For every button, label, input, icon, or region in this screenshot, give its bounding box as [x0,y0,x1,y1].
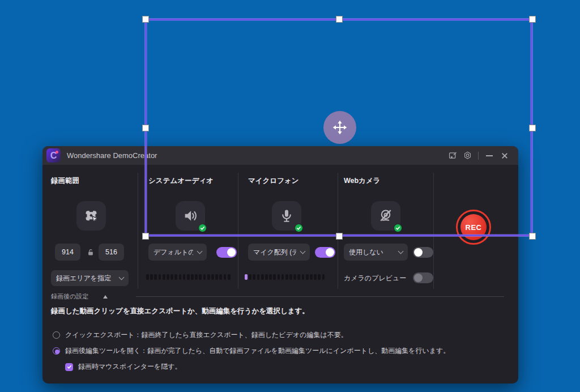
area-mode-dropdown[interactable]: 録画エリアを指定 [51,270,129,286]
chevron-down-icon [119,274,125,280]
webcam-device-value: 使用しない [349,248,394,257]
radio-icon[interactable] [53,331,60,339]
open-editor-option[interactable]: 録画後編集ツールを開く：録画が完了したら、自動で録画ファイルを動画編集ツールにイ… [53,346,450,356]
meter-dot [310,274,313,280]
rec-button[interactable]: REC [456,210,491,245]
selection-handle-bottom-middle[interactable] [336,233,343,240]
meter-dot [146,274,149,280]
hide-pointer-option[interactable]: 録画時マウスポインターを隠す。 [65,362,182,372]
microphone-level-meter [245,274,325,280]
meter-dot [302,274,305,280]
selection-handle-middle-left[interactable] [142,125,149,131]
meter-dot [224,274,227,280]
meter-dot [207,274,210,280]
open-editor-icon[interactable] [445,148,460,163]
move-icon [332,120,348,135]
meter-dot [269,274,272,280]
selection-handle-bottom-left[interactable] [142,233,149,240]
meter-dot [253,274,255,280]
panel-body: 録画範囲 システムオーディオ マイクロフォン Webカメラ [42,165,518,384]
section-title-recording-area: 録画範囲 [51,176,79,186]
camera-preview-label: カメラのプレビュー [344,274,406,283]
meter-dot [170,274,173,280]
checkbox-icon[interactable] [65,363,73,371]
move-selection-handle[interactable] [323,111,356,144]
chevron-down-icon [398,248,404,254]
area-height-input[interactable] [99,244,124,261]
system-audio-toggle[interactable] [216,247,237,258]
meter-dot [322,274,325,280]
speaker-icon [182,208,198,224]
chevron-down-icon [300,248,306,254]
open-editor-label: 録画後編集ツールを開く：録画が完了したら、自動で録画ファイルを動画編集ツールにイ… [65,346,450,356]
selection-handle-top-right[interactable] [529,16,536,23]
system-audio-level-meter [146,274,231,280]
microphone-device-dropdown[interactable]: マイク配列 (デ [248,244,310,261]
meter-dot [187,274,190,280]
radio-icon[interactable] [53,347,60,355]
window-title: Wondershare DemoCreator [67,151,157,160]
meter-dot [174,274,177,280]
meter-dot [306,274,309,280]
meter-dot [282,274,284,280]
settings-gear-icon[interactable] [460,148,475,163]
microphone-toggle[interactable] [315,247,335,258]
column-divider [338,173,338,289]
selection-handle-bottom-right[interactable] [529,233,536,240]
toggle-knob [227,248,236,257]
hide-pointer-label: 録画時マウスポインターを隠す。 [78,362,182,372]
post-settings-description: 録画した動画クリップを直接エクスポートか、動画編集を行うかを選択します。 [51,306,309,316]
selection-handle-top-left[interactable] [142,16,149,23]
system-audio-button[interactable] [176,201,205,231]
meter-dot [285,274,288,280]
rec-button-inner: REC [460,214,487,240]
meter-dot [257,274,260,280]
select-area-button[interactable] [76,201,106,231]
democreator-window: C Wondershare DemoCreator [42,146,518,384]
toggle-knob [414,248,423,257]
section-title-system-audio: システムオーディオ [148,176,214,186]
webcam-button[interactable] [371,201,400,231]
meter-dot [150,274,153,280]
meter-dot [245,274,248,280]
area-mode-value: 録画エリアを指定 [56,274,115,283]
system-audio-ok-badge [198,224,207,232]
system-audio-device-dropdown[interactable]: デフォルトのシス [148,244,207,261]
meter-dot [183,274,186,280]
post-settings-title: 録画後の設定 [51,292,88,301]
meter-dot [159,274,161,280]
meter-dot [249,274,251,280]
aspect-unlock-icon[interactable] [87,248,95,256]
meter-dot [228,274,231,280]
close-button[interactable] [497,148,511,163]
meter-dot [215,274,218,280]
selection-handle-middle-right[interactable] [529,125,536,131]
meter-dot [199,274,202,280]
chevron-down-icon [197,248,203,254]
camera-preview-toggle[interactable] [413,272,433,283]
meter-dot [219,274,222,280]
meter-dot [278,274,280,280]
webcam-off-icon [378,208,394,224]
toggle-knob [414,274,423,282]
meter-dot [261,274,264,280]
webcam-device-dropdown[interactable]: 使用しない [344,244,408,261]
meter-dot [273,274,276,280]
webcam-toggle[interactable] [413,247,433,258]
toggle-knob [326,248,334,257]
quick-export-option[interactable]: クイックエクスポート：録画終了したら直接エクスポート、録画したビデオの編集は不要… [53,330,348,340]
collapse-arrow-icon[interactable] [103,295,108,299]
area-width-input[interactable] [55,244,80,261]
meter-dot [265,274,268,280]
microphone-button[interactable] [272,201,301,231]
selection-handle-top-middle[interactable] [336,16,343,23]
column-divider [433,173,434,289]
close-icon [501,152,508,159]
meter-dot [289,274,292,280]
meter-dot [154,274,157,280]
minimize-button[interactable] [482,148,497,163]
meter-dot [191,274,194,280]
democreator-logo-icon: C [46,148,61,163]
select-area-icon [83,207,100,224]
column-divider [138,173,138,289]
